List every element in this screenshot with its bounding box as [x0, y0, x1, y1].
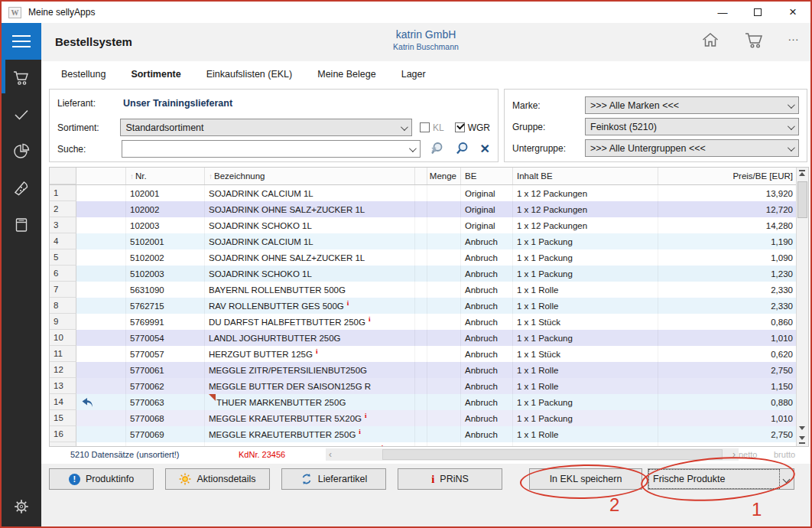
table-row[interactable]: 10 5770054 LANDL JOGHURTBUTTER 250G i An… — [50, 330, 797, 346]
scrollbar-thumb[interactable] — [382, 449, 723, 460]
scroll-left-icon[interactable]: ‹ — [329, 449, 332, 460]
cell-bezeichnung: RAV ROLLENBUTTER GES 500G i — [205, 298, 415, 314]
table-row[interactable]: 9 5769991 DU DARFST HALBFETTBUTTER 250G … — [50, 314, 797, 330]
scroll-top-button[interactable] — [797, 168, 808, 180]
tab-einkaufslisten[interactable]: Einkaufslisten (EKL) — [206, 69, 293, 80]
row-icon-cell — [76, 185, 126, 201]
sidebar-item-pizza[interactable] — [2, 170, 41, 207]
row-icon-cell — [76, 394, 126, 410]
sidebar-item-cart[interactable] — [2, 60, 41, 96]
cell-bezeichnung: THUER MARKENBUTTER 250G i — [205, 394, 415, 410]
table-row[interactable]: 3 102003 SOJADRINK SCHOKO 1L i Original … — [50, 217, 797, 233]
header-preis[interactable]: Preis/BE [EUR] — [658, 168, 797, 184]
checkbox-box-checked — [455, 122, 465, 132]
header-icon-col[interactable] — [76, 168, 126, 184]
tab-sortimente[interactable]: Sortimente — [131, 69, 180, 80]
suche-label: Suche: — [57, 144, 122, 155]
red-corner-flag-icon — [209, 394, 216, 401]
produktinfo-button[interactable]: ! Produktinfo — [49, 468, 154, 490]
tab-meine-belege[interactable]: Meine Belege — [317, 69, 375, 80]
table-row[interactable]: 7 5631090 BAYERNL ROLLENBUTTER 500G i An… — [50, 282, 797, 298]
cell-inhalt: 1 x 1 Packung — [513, 394, 658, 410]
cart-button[interactable] — [743, 30, 765, 50]
cell-preis: 0,860 — [658, 314, 797, 330]
cell-inhalt: 1 x 1 Stück — [513, 314, 658, 330]
row-icon-cell — [76, 217, 126, 233]
more-options-button[interactable]: … — [788, 33, 800, 47]
untergruppe-dropdown[interactable]: >>> Alle Untergruppen <<< — [585, 139, 799, 157]
header-menge[interactable]: Menge — [427, 168, 461, 184]
cell-be: Original — [461, 201, 513, 217]
cell-preis: 1,010 — [658, 410, 797, 426]
suche-input[interactable] — [122, 140, 420, 158]
aktionsdetails-button[interactable]: Aktionsdetails — [165, 468, 270, 490]
table-row[interactable]: 8 5762715 RAV ROLLENBUTTER GES 500G i An… — [50, 298, 797, 314]
table-row[interactable]: 11 5770057 HERZGUT BUTTER 125G i Anbruch… — [50, 346, 797, 362]
tab-bestellung[interactable]: Bestellung — [61, 69, 106, 80]
clear-search-icon[interactable]: ✕ — [480, 144, 490, 155]
marke-dropdown[interactable]: >>> Alle Marken <<< — [585, 96, 799, 114]
gruppe-dropdown[interactable]: Feinkost (5210) — [585, 118, 799, 135]
maximize-button[interactable] — [740, 2, 775, 23]
home-button[interactable] — [700, 30, 720, 50]
product-table: ↑Nr. ↑Bezeichnung Menge BE Inhalt BE Pre… — [49, 167, 809, 447]
cell-be: Anbruch — [461, 233, 513, 249]
sort-arrow-icon: ↑ — [130, 172, 134, 181]
horizontal-scrollbar[interactable]: ‹ › — [326, 448, 739, 461]
sidebar-item-pie[interactable] — [2, 133, 41, 170]
cell-be: Anbruch — [461, 362, 513, 378]
info-flag-icon: i — [316, 347, 318, 355]
vertical-scrollbar[interactable] — [796, 168, 808, 446]
cell-inhalt: 1 x 1 Rolle — [513, 426, 658, 442]
hamburger-menu-icon[interactable] — [2, 23, 41, 60]
search-advanced-icon[interactable] — [430, 142, 444, 156]
wgr-checkbox[interactable]: WGR — [455, 122, 490, 133]
table-row[interactable]: 13 5770062 MEGGLE BUTTER DER SAISON125G … — [50, 378, 797, 394]
lieferant-label: Lieferant: — [57, 98, 123, 109]
sidebar-item-book[interactable] — [2, 207, 41, 243]
table-row[interactable]: 14 5770063 THUER MARKENBUTTER 250G i Anb… — [50, 394, 797, 410]
prins-button[interactable]: i PRiNS — [398, 468, 502, 490]
sidebar-item-check[interactable] — [2, 96, 41, 133]
table-row[interactable]: 12 5770061 MEGGLE ZITR/PETERSILIENBUT250… — [50, 362, 797, 378]
header-inhalt[interactable]: Inhalt BE — [513, 168, 658, 184]
table-row[interactable]: 5 5102002 SOJADRINK OHNE SALZ+ZUCKER 1L … — [50, 249, 797, 266]
kl-checkbox[interactable]: KL — [420, 122, 444, 133]
chevron-down-icon — [788, 101, 795, 109]
sun-icon — [179, 473, 191, 485]
table-row[interactable]: 1 102001 SOJADRINK CALCIUM 1L i Original… — [50, 185, 797, 201]
scroll-bottom-button[interactable] — [797, 434, 808, 446]
header-rownum[interactable] — [50, 168, 76, 184]
header-nr[interactable]: ↑Nr. — [126, 168, 205, 184]
sortiment-dropdown[interactable]: Standardsortiment — [120, 119, 412, 136]
table-row[interactable]: 17 5770071 MEGGLE KNOBLAUCHBUTTER 125G R… — [50, 442, 797, 446]
header-be[interactable]: BE — [461, 168, 513, 184]
cell-bezeichnung: SOJADRINK OHNE SALZ+ZUCKER 1L i — [205, 201, 415, 217]
header-bezeichnung[interactable]: ↑Bezeichnung — [205, 168, 415, 184]
scrollbar-thumb[interactable] — [797, 181, 807, 218]
cell-menge — [427, 410, 461, 426]
table-row[interactable]: 15 5770068 MEGGLE KRAEUTERBUTTER 5X20G i… — [50, 410, 797, 426]
table-row[interactable]: 4 5102001 SOJADRINK CALCIUM 1L i Anbruch… — [50, 233, 797, 249]
brutto-label[interactable]: brutto — [774, 450, 795, 459]
table-row[interactable]: 16 5770069 MEGGLE KRAEUTERBUTTER 250G i … — [50, 426, 797, 442]
tab-lager[interactable]: Lager — [401, 69, 426, 80]
cell-preis: 14,280 — [658, 217, 797, 233]
minimize-button[interactable]: — — [705, 2, 740, 23]
table-body: 1 102001 SOJADRINK CALCIUM 1L i Original… — [50, 185, 797, 446]
info-flag-icon: i — [347, 299, 349, 307]
cell-nr: 5770069 — [126, 426, 205, 442]
table-row[interactable]: 6 5102003 SOJADRINK SCHOKO 1L i Anbruch … — [50, 266, 797, 282]
cell-nr: 102001 — [126, 185, 205, 201]
tab-bar: Bestellung Sortimente Einkaufslisten (EK… — [41, 61, 810, 87]
cell-bezeichnung: SOJADRINK SCHOKO 1L i — [205, 266, 415, 282]
sidebar-settings[interactable] — [2, 491, 41, 522]
row-icon-cell — [76, 249, 126, 266]
info-flag-icon: i — [369, 315, 371, 323]
cell-nr: 102002 — [126, 201, 205, 217]
close-button[interactable]: × — [775, 2, 810, 23]
search-icon[interactable] — [455, 142, 469, 156]
scroll-down-button[interactable] — [797, 422, 808, 434]
table-row[interactable]: 2 102002 SOJADRINK OHNE SALZ+ZUCKER 1L i… — [50, 201, 797, 217]
lieferartikel-button[interactable]: Lieferartikel — [281, 468, 386, 490]
